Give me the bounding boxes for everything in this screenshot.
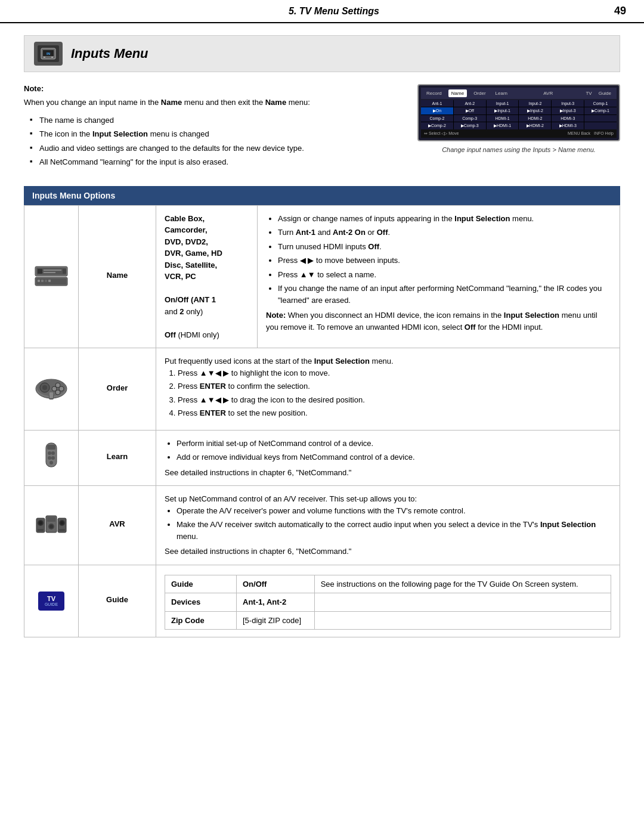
name-desc-6: If you change the name of an input after…: [278, 283, 611, 306]
tv-nav-hint: MENU Back INFO Help: [568, 131, 614, 136]
note-bullet-1: The name is changed: [30, 114, 400, 126]
tv-cell-hdmi1: HDMI-1: [487, 115, 519, 122]
svg-rect-39: [47, 517, 55, 522]
screenshot-caption: Change input names using the Inputs > Na…: [417, 146, 620, 153]
options-table-header: Inputs Menu Options: [24, 186, 620, 205]
svg-rect-3: [51, 57, 53, 58]
tv-cell-hdmi1-val: ▶HDMI-1: [487, 122, 519, 129]
tv-grid: Ant-1 Ant-2 Input-1 Input-2 Input-3 Comp…: [421, 100, 617, 129]
tv-cell-hdmi3-val: ▶HDMI-3: [552, 122, 584, 129]
tv-menu-learn: Learn: [493, 89, 510, 97]
guide-desc-devices: [314, 593, 611, 612]
guide-setting-devices: Devices: [165, 593, 237, 612]
note-section: Note: When you change an input name in t…: [24, 84, 620, 172]
tv-cell-input1: Input-1: [487, 100, 519, 107]
name-settings: Cable Box,Camcorder,DVD, DVD2,DVR, Game,…: [165, 213, 249, 341]
guide-value-devices: Ant-1, Ant-2: [237, 593, 315, 612]
name-desc-5: Press ▲▼ to select a name.: [278, 269, 611, 281]
tv-logo: TV: [586, 91, 592, 96]
order-label-cell: Order: [79, 348, 156, 431]
avr-intro: Set up NetCommand control of an A/V rece…: [165, 493, 611, 505]
svg-point-21: [55, 383, 60, 388]
name-note: Note: When you disconnect an HDMI device…: [266, 309, 611, 333]
guide-desc-zip: [314, 611, 611, 630]
svg-point-36: [39, 521, 42, 525]
order-desc-cell: Put frequently used icons at the start o…: [156, 348, 620, 431]
tv-cell-comp3-val: ▶Comp-3: [454, 122, 486, 129]
tv-menu-order: Order: [470, 89, 488, 97]
name-label-cell: Name: [79, 205, 156, 348]
svg-rect-26: [49, 392, 53, 398]
tv-cell-comp1-val: ▶Comp-1: [584, 107, 617, 114]
note-bullet-2: The icon in the Input Selection menu is …: [30, 128, 400, 140]
svg-rect-28: [47, 445, 55, 450]
page-content: IN Inputs Menu Note: When you change an …: [0, 23, 644, 655]
avr-icon: [33, 507, 70, 544]
tv-select-hint: ⇔ Select ◁▷ Move: [424, 131, 459, 136]
tv-cell-ant2: Ant-2: [454, 100, 486, 107]
tv-cell-input2-val: ▶Input-2: [519, 107, 551, 114]
avr-extra: See detailed instructions in chapter 6, …: [165, 546, 611, 558]
name-desc-2: Turn Ant-1 and Ant-2 On or Off.: [278, 227, 611, 239]
svg-point-23: [52, 386, 57, 391]
svg-rect-45: [59, 529, 65, 531]
table-row-guide: TV GUIDE Guide Guide On/Off See instruct…: [24, 565, 620, 637]
svg-point-33: [49, 461, 53, 465]
tv-badge-guide: GUIDE: [45, 602, 58, 606]
guide-desc-onoff: See instructions on the following page f…: [314, 575, 611, 593]
tv-guide-badge: TV GUIDE: [38, 592, 64, 611]
tv-cell-input3: Input-3: [552, 100, 584, 107]
name-desc-bullets: Assign or change names of inputs appeari…: [266, 213, 611, 306]
avr-icon-cell: [24, 486, 79, 565]
remote-icon: [33, 440, 70, 476]
order-step-2: Press ENTER to confirm the selection.: [178, 380, 611, 392]
options-table: Name Cable Box,Camcorder,DVD, DVD2,DVR, …: [24, 205, 620, 638]
table-row-order: Order Put frequently used icons at the s…: [24, 348, 620, 431]
section-title-bar: IN Inputs Menu: [24, 35, 620, 72]
section-title: Inputs Menu: [71, 46, 148, 61]
name-onoff-detail: and 2 only): [165, 307, 203, 316]
page-number: 49: [602, 5, 626, 17]
name-desc-3: Turn unused HDMI inputs Off.: [278, 241, 611, 253]
tv-cell-comp3: Comp-3: [454, 115, 486, 122]
svg-text:IN: IN: [47, 52, 50, 55]
page-header: 5. TV Menu Settings 49: [0, 0, 644, 23]
tv-cell-on: ▶On: [421, 107, 453, 114]
learn-icon-cell: [24, 430, 79, 486]
svg-rect-15: [45, 280, 47, 282]
svg-point-22: [59, 386, 64, 391]
name-icon-cell: [24, 205, 79, 348]
learn-bullet-1: Perform initial set-up of NetCommand con…: [177, 438, 611, 450]
guide-label-cell: Guide: [79, 565, 156, 637]
tv-cell-off: ▶Off: [454, 107, 486, 114]
chapter-title: 5. TV Menu Settings: [66, 6, 602, 17]
note-left: Note: When you change an input name in t…: [24, 84, 400, 172]
learn-label-cell: Learn: [79, 430, 156, 486]
name-desc-1: Assign or change names of inputs appeari…: [278, 213, 611, 225]
tv-cell-hdmi3: HDMI-3: [552, 115, 584, 122]
svg-rect-37: [38, 529, 44, 531]
tv-cell-empty2: [584, 122, 617, 129]
svg-point-44: [60, 521, 64, 525]
svg-point-30: [51, 451, 55, 455]
avr-desc-cell: Set up NetCommand control of an A/V rece…: [156, 486, 620, 565]
order-step-4: Press ENTER to set the new position.: [178, 407, 611, 419]
tv-menu-avr: AVR: [540, 89, 556, 97]
avr-label-cell: AVR: [79, 486, 156, 565]
svg-rect-2: [44, 57, 45, 58]
tv-cell-comp2: Comp-2: [421, 115, 453, 122]
name-label: Name: [107, 271, 128, 280]
table-row-name: Name Cable Box,Camcorder,DVD, DVD2,DVR, …: [24, 205, 620, 348]
tv-guide-icon-wrapper: TV GUIDE: [33, 592, 70, 611]
avr-bullets: Operate the A/V receiver's power and vol…: [165, 505, 611, 543]
tv-badge-tv: TV: [47, 596, 55, 602]
name-off-text: Off: [165, 330, 176, 339]
name-settings-cell: Cable Box,Camcorder,DVD, DVD2,DVR, Game,…: [156, 205, 258, 348]
tv-menu-guide: Guide: [596, 89, 614, 97]
inputs-svg-icon: IN: [40, 47, 57, 60]
cable-box-icon: [33, 262, 70, 292]
tv-cell-input2: Input-2: [519, 100, 551, 107]
tv-cell-input1-val: ▶Input-1: [487, 107, 519, 114]
tv-cell-comp2-val: ▶Comp-2: [421, 122, 453, 129]
guide-desc-cell: Guide On/Off See instructions on the fol…: [156, 565, 620, 637]
